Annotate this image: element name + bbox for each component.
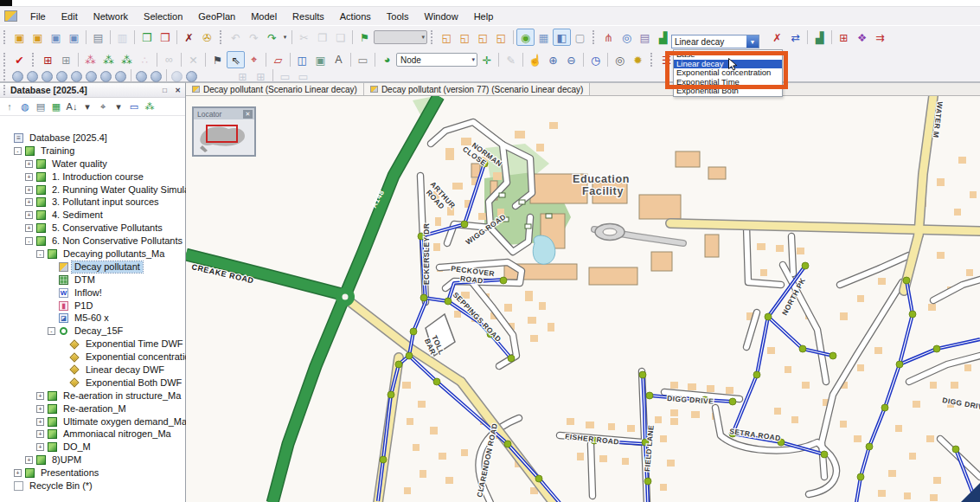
tree-item[interactable]: 1. Introduction course: [0, 171, 185, 183]
tree-item[interactable]: Linear decay DWF: [0, 364, 185, 376]
db-sort-caret-icon[interactable]: ▾: [80, 100, 95, 114]
tree-item[interactable]: Decaying pollutants_Ma: [0, 248, 185, 261]
revert-icon[interactable]: ❒: [156, 29, 174, 46]
cube-icon[interactable]: ▣: [311, 51, 330, 68]
tree-item[interactable]: 3. Pollutant input sources: [0, 196, 185, 209]
chart-icon[interactable]: ▟: [654, 29, 668, 46]
panel-float-button[interactable]: □: [159, 85, 170, 95]
locator-minimap[interactable]: [194, 119, 254, 155]
grid-report-icon[interactable]: ⊞: [835, 29, 853, 46]
tree-item[interactable]: 8)UPM: [0, 454, 185, 467]
toolbar-grip[interactable]: [431, 30, 434, 44]
undo-icon[interactable]: ↶: [227, 29, 245, 46]
trace-links-red-icon[interactable]: ⁂: [81, 51, 99, 68]
locator-header[interactable]: Locator ✕: [194, 108, 254, 119]
tree-item[interactable]: Exponential Both DWF: [0, 376, 185, 389]
tree-item[interactable]: 4. Sediment: [0, 209, 185, 222]
menu-item[interactable]: Results: [285, 10, 332, 23]
pan-hand-icon[interactable]: ☝: [526, 51, 544, 68]
replay-b-button[interactable]: [151, 71, 162, 82]
menu-item[interactable]: Actions: [332, 10, 379, 23]
replay-step3-button[interactable]: [42, 71, 53, 82]
db-tree-icon[interactable]: ⁂: [142, 100, 157, 114]
scenario-option[interactable]: Exponential Both: [674, 87, 782, 96]
tree-expander[interactable]: [25, 224, 33, 232]
tree-expander[interactable]: [25, 186, 33, 194]
db-refresh-icon[interactable]: ◍: [17, 100, 33, 114]
polygon-select-icon[interactable]: ▱: [269, 51, 287, 68]
tree-item[interactable]: 2. Running Water Quality Simulations: [0, 183, 185, 196]
add-node-icon[interactable]: ✛: [477, 51, 496, 68]
toolbar-grip[interactable]: [32, 53, 35, 67]
validate-check-icon[interactable]: ✔: [10, 51, 29, 68]
zoom-in-icon[interactable]: ⊕: [544, 51, 562, 68]
print-icon[interactable]: ▤: [89, 29, 107, 46]
tree-item[interactable]: Water quality: [0, 158, 185, 171]
toolbar-grip[interactable]: [592, 30, 596, 44]
node-trace-icon[interactable]: ∴: [136, 51, 154, 68]
tree-item[interactable]: 6. Non Conservative Pollutants: [0, 235, 185, 248]
toolbar-grip[interactable]: [3, 69, 7, 83]
replay-a-button[interactable]: [136, 71, 147, 82]
sep[interactable]: [110, 30, 111, 44]
sep[interactable]: [86, 30, 86, 44]
tree-expander[interactable]: [25, 211, 33, 219]
save-icon[interactable]: ▥: [113, 29, 131, 46]
paste-icon[interactable]: ❏: [331, 29, 349, 46]
panel-close-button[interactable]: ✕: [172, 85, 183, 95]
sep[interactable]: [498, 53, 499, 67]
tree-item[interactable]: Inflow!: [0, 286, 185, 299]
highlight-icon[interactable]: ✹: [629, 51, 647, 68]
sep[interactable]: [176, 30, 177, 44]
new-graph-icon[interactable]: ◱: [492, 29, 510, 46]
zoom-out-icon[interactable]: ⊖: [562, 51, 580, 68]
replay-step5-button[interactable]: [71, 71, 82, 82]
schematic-icon[interactable]: ▟: [810, 29, 829, 46]
find-map-icon[interactable]: ◎: [611, 51, 629, 68]
db-find-caret-icon[interactable]: ▾: [111, 100, 126, 114]
run-icon[interactable]: ❖: [853, 29, 871, 46]
tree-item[interactable]: Ammoniacal nitrogen_Ma: [0, 428, 185, 441]
tree-expander[interactable]: [36, 405, 44, 413]
sep[interactable]: [205, 53, 206, 67]
tree-expander[interactable]: [48, 327, 55, 335]
scenario-dropdown[interactable]: Linear decay ▼: [671, 35, 759, 48]
tree-expander[interactable]: [36, 250, 44, 258]
scenario-dropdown-arrow[interactable]: ▼: [746, 35, 759, 48]
menu-item[interactable]: Model: [243, 10, 285, 23]
tree-item[interactable]: 5. Conservative Pollutants: [0, 222, 185, 235]
map-tab[interactable]: Decay pollutant (Scenario Linear decay): [186, 83, 364, 95]
tree-item[interactable]: Database [2025.4]: [0, 132, 185, 145]
tree-item[interactable]: Exponential concentration DWF: [0, 351, 185, 364]
window-grey-icon[interactable]: ▢: [571, 29, 589, 46]
select-flag-icon[interactable]: ⚑: [208, 51, 227, 68]
menu-item[interactable]: GeoPlan: [190, 10, 243, 23]
locator-window[interactable]: Locator ✕: [192, 106, 256, 157]
scenario-option[interactable]: Linear decay: [674, 60, 782, 69]
tree-expander[interactable]: [36, 392, 44, 400]
replay-c-button[interactable]: [171, 71, 183, 82]
tree-item[interactable]: Re-aeration in structure_Ma: [0, 389, 185, 402]
validate-icon[interactable]: ✗: [180, 29, 198, 46]
sep[interactable]: [166, 69, 167, 83]
new-network-icon[interactable]: ▣: [10, 29, 29, 46]
tree-expander[interactable]: [25, 173, 33, 181]
sep[interactable]: [157, 53, 157, 67]
flag-icon[interactable]: ⚑: [355, 29, 374, 46]
tree-item[interactable]: Recycle Bin (*): [0, 479, 185, 492]
compare-scenario-icon[interactable]: ⇄: [786, 29, 804, 46]
tree-expander[interactable]: [14, 147, 22, 155]
scenario-option[interactable]: Exponential concentration: [674, 68, 782, 78]
branch-icon[interactable]: ⋔: [599, 29, 618, 46]
tree-expander[interactable]: [25, 237, 33, 245]
menu-item[interactable]: Tools: [379, 10, 417, 23]
panel-grip[interactable]: [3, 85, 7, 95]
layer-dropdown[interactable]: ▾: [374, 30, 427, 44]
background-map-icon[interactable]: ▦: [535, 29, 553, 46]
geoplan-map-canvas[interactable]: A148 NORMANCLOSE ARTHURROAD ECKERSLEY DR…: [186, 96, 980, 502]
cut-icon[interactable]: ✂: [295, 29, 313, 46]
db-find-icon[interactable]: ⌖: [95, 100, 111, 114]
db-monitor-icon[interactable]: ▭: [126, 100, 142, 114]
sep[interactable]: [290, 53, 291, 67]
sep[interactable]: [78, 53, 79, 67]
